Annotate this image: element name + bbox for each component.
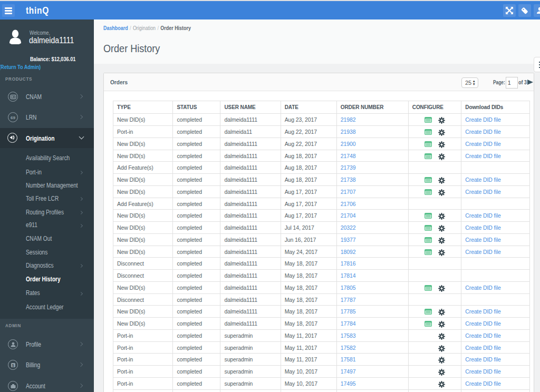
- svg-text:$: $: [12, 363, 14, 367]
- svg-text:69: 69: [11, 115, 15, 120]
